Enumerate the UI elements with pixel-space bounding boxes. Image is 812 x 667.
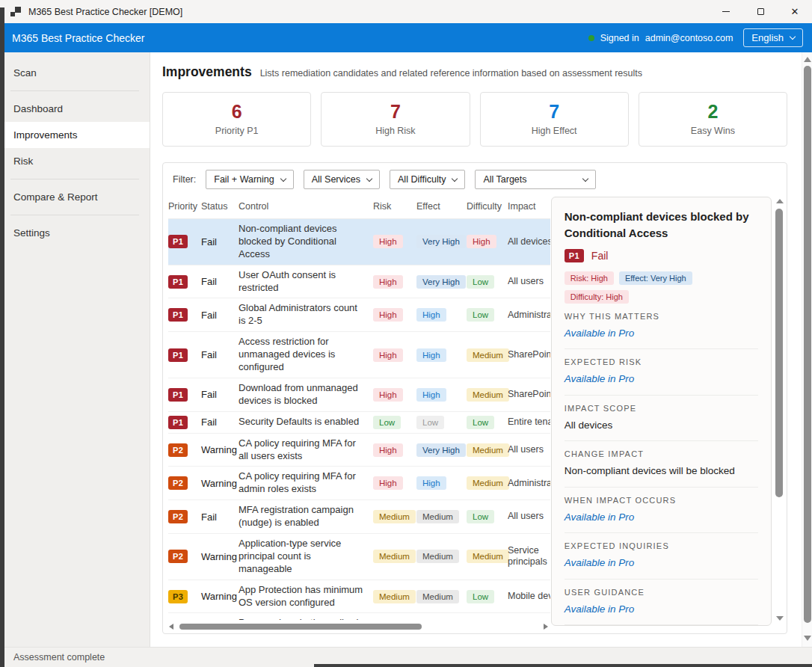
risk-chip: High (373, 476, 403, 490)
horizontal-scroll-thumb[interactable] (179, 624, 422, 630)
section-heading-expected-inquiries: EXPECTED INQUIRIES (565, 541, 758, 550)
table-row[interactable]: P1FailUser OAuth consent is restrictedHi… (168, 265, 550, 299)
effect-chip: High (416, 476, 446, 490)
window-scrollbar[interactable] (802, 52, 812, 647)
sidebar-divider (10, 179, 139, 179)
table-row[interactable]: P2FailMFA registration campaign (nudge) … (168, 500, 550, 534)
column-header-status: Status (201, 201, 239, 212)
window-scroll-up-icon[interactable] (804, 57, 811, 62)
sidebar-item-scan[interactable]: Scan (0, 60, 150, 86)
sidebar-item-dashboard[interactable]: Dashboard (0, 96, 150, 122)
sidebar: ScanDashboardImprovementsRiskCompare & R… (0, 52, 150, 647)
difficulty-chip: High (467, 235, 496, 248)
window-scroll-down-icon[interactable] (804, 636, 811, 641)
table-row[interactable]: P1FailAccess restriction for unmanaged d… (168, 332, 550, 378)
table-row[interactable]: P2WarningCA policy requiring MFA for all… (168, 434, 550, 467)
table-row[interactable]: P3WarningApp Protection has minimum OS v… (168, 580, 550, 614)
status-cell: Warning (201, 478, 239, 489)
priority-cell: P1 (168, 308, 201, 322)
difficulty-cell: High (467, 235, 508, 248)
priority-cell: P1 (168, 416, 201, 429)
effect-cell: High (416, 308, 467, 322)
section-heading-why-this-matters: WHY THIS MATTERS (565, 312, 758, 321)
available-in-pro-link[interactable]: Available in Pro (565, 511, 758, 524)
card-label: High Risk (375, 126, 416, 136)
maximize-button[interactable] (743, 0, 778, 23)
section-heading-user-guidance: USER GUIDANCE (565, 588, 758, 597)
minimize-button[interactable] (709, 0, 743, 23)
scroll-right-icon[interactable] (544, 624, 548, 630)
sidebar-divider (10, 215, 139, 215)
control-cell: Download from unmanaged devices is block… (239, 382, 373, 408)
risk-chip: High (373, 275, 403, 289)
filter-services-dropdown[interactable]: All Services (304, 170, 380, 189)
filter-status-dropdown[interactable]: Fail + Warning (206, 170, 293, 189)
screen-edge-left (0, 7, 4, 667)
available-in-pro-link[interactable]: Available in Pro (565, 372, 758, 386)
scroll-down-icon[interactable] (776, 616, 784, 621)
effect-chip: Medium (416, 590, 459, 603)
section-heading-expected-risk: EXPECTED RISK (565, 357, 758, 366)
risk-chip: High (373, 388, 403, 402)
details-scrollbar[interactable] (773, 197, 787, 624)
app-icon (10, 7, 21, 17)
table-row[interactable]: P2WarningApplication-type service princi… (168, 534, 550, 580)
available-in-pro-link[interactable]: Available in Pro (565, 556, 758, 570)
priority-cell: P2 (168, 550, 201, 563)
priority-cell: P1 (168, 348, 201, 362)
sidebar-item-improvements[interactable]: Improvements (0, 122, 150, 148)
priority-badge: P2 (168, 476, 188, 490)
table-row[interactable]: P1FailNon-compliant devices blocked by C… (168, 219, 550, 265)
risk-cell: High (373, 388, 416, 402)
signed-in-account: admin@contoso.com (645, 33, 733, 43)
details-chips: Risk: HighEffect: Very HighDifficulty: H… (565, 271, 758, 304)
card-label: High Effect (532, 126, 577, 136)
details-scroll-thumb[interactable] (775, 209, 783, 497)
table-row[interactable]: P3WarningPassword expiration policy is a… (168, 613, 550, 620)
sidebar-item-settings[interactable]: Settings (0, 220, 150, 246)
sidebar-item-compare-report[interactable]: Compare & Report (0, 184, 150, 210)
scroll-left-icon[interactable] (169, 624, 173, 630)
priority-badge: P1 (168, 348, 188, 362)
page-subtitle: Lists remediation candidates and related… (260, 68, 642, 79)
priority-badge: P3 (168, 590, 188, 603)
effect-chip: Medium (416, 510, 459, 523)
available-in-pro-link[interactable]: Available in Pro (565, 327, 758, 340)
close-icon: ✕ (791, 7, 799, 16)
table-row[interactable]: P2WarningCA policy requiring MFA for adm… (168, 467, 550, 500)
table-row[interactable]: P1FailGlobal Administrators count is 2-5… (168, 298, 550, 332)
scroll-up-icon[interactable] (776, 199, 784, 203)
language-value: English (751, 32, 784, 43)
control-cell: CA policy requiring MFA for all users ex… (239, 437, 373, 463)
filter-label: Filter: (173, 174, 196, 185)
difficulty-chip: Medium (467, 476, 509, 490)
difficulty-chip: Low (467, 416, 494, 429)
effect-chip: High (416, 348, 446, 362)
priority-badge: P1 (168, 308, 188, 322)
filter-targets-dropdown[interactable]: All Targets (475, 170, 596, 189)
status-cell: Fail (201, 276, 239, 287)
difficulty-cell: Medium (467, 443, 508, 457)
difficulty-chip: Medium (467, 388, 509, 402)
filter-targets-value: All Targets (483, 174, 526, 185)
difficulty-chip: Medium (467, 348, 509, 362)
table-row[interactable]: P1FailDownload from unmanaged devices is… (168, 378, 550, 412)
effect-chip: High (416, 388, 446, 402)
effect-chip: Low (416, 416, 444, 429)
table-row[interactable]: P1FailSecurity Defaults is enabledLowLow… (168, 412, 550, 434)
filter-difficulty-dropdown[interactable]: All Difficulty (390, 170, 465, 189)
risk-cell: High (373, 348, 416, 362)
sidebar-item-risk[interactable]: Risk (0, 148, 150, 174)
horizontal-scrollbar[interactable] (168, 621, 549, 632)
app-brand: M365 Best Practice Checker (12, 32, 144, 44)
close-button[interactable]: ✕ (778, 0, 812, 23)
priority-cell: P1 (168, 275, 201, 289)
maximize-icon (757, 8, 764, 15)
language-dropdown[interactable]: English (743, 28, 803, 47)
effect-cell: Low (416, 416, 467, 429)
window-scroll-thumb[interactable] (804, 66, 811, 623)
available-in-pro-link[interactable]: Available in Pro (565, 603, 758, 616)
difficulty-cell: Medium (467, 388, 508, 402)
summary-card-high-risk: 7High Risk (321, 92, 470, 147)
control-cell: CA policy requiring MFA for admin roles … (239, 470, 373, 496)
